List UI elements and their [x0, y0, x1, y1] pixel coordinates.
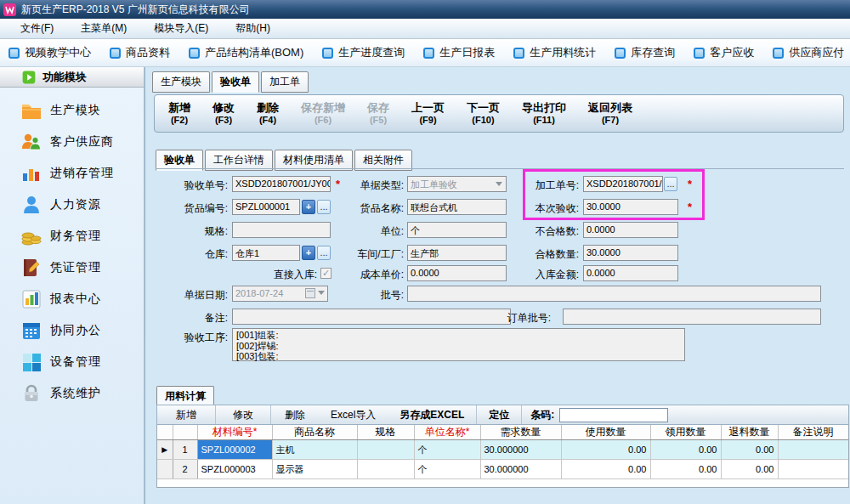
batch-no-field[interactable] — [407, 286, 821, 302]
sidebar-item-inventory[interactable]: 进销存管理 — [0, 157, 144, 189]
row-number-cell[interactable]: 1 — [173, 440, 197, 460]
sidebar-item-production[interactable]: 生产模块 — [0, 94, 144, 126]
item-add-button[interactable]: + — [302, 200, 315, 214]
edit-button[interactable]: 修改(F3) — [212, 101, 235, 127]
row-number-cell[interactable]: 2 — [173, 460, 197, 479]
returned-qty-cell[interactable]: 0.00 — [721, 440, 778, 460]
quick-product-data[interactable]: 商品资料 — [110, 45, 170, 60]
tab-production-module[interactable]: 生产模块 — [152, 71, 210, 93]
remark-cell[interactable] — [778, 460, 848, 479]
back-to-list-button[interactable]: 返回列表(F7) — [588, 101, 632, 127]
sidebar-item-voucher[interactable]: 凭证管理 — [0, 252, 144, 283]
product-name-cell[interactable]: 显示器 — [272, 460, 357, 479]
col-product-name[interactable]: 商品名称 — [272, 425, 357, 440]
sidebar-item-equipment[interactable]: 设备管理 — [0, 346, 144, 377]
spec-cell[interactable] — [357, 460, 414, 479]
order-batch-no-field[interactable] — [563, 309, 821, 325]
barcode-input[interactable] — [559, 408, 668, 422]
spec-cell[interactable] — [357, 440, 414, 460]
col-material-code[interactable]: 材料编号* — [197, 425, 272, 440]
add-button[interactable]: 新增(F2) — [168, 101, 190, 127]
quick-material-stats[interactable]: 生产用料统计 — [513, 45, 596, 60]
quick-daily-report[interactable]: 生产日报表 — [423, 45, 495, 60]
used-qty-cell[interactable]: 0.00 — [561, 440, 650, 460]
blue-square-icon — [110, 48, 121, 59]
item-name-label: 货品名称: — [315, 201, 404, 216]
quick-stock-query[interactable]: 库存查询 — [615, 45, 675, 60]
window-title: 新页生产ERP-2018 V5 广州新页信息科技有限公司 — [21, 3, 250, 17]
used-qty-cell[interactable]: 0.00 — [561, 460, 650, 479]
export-print-button[interactable]: 导出打印(F11) — [522, 101, 566, 127]
remark-cell[interactable] — [778, 440, 848, 460]
unit-cost-label: 成本单价: — [315, 268, 404, 282]
menu-main[interactable]: 主菜单(M) — [67, 19, 140, 38]
materials-edit-button[interactable]: 修改 — [216, 405, 271, 424]
issued-qty-cell[interactable]: 0.00 — [650, 460, 721, 479]
warehouse-field[interactable]: 仓库1 — [232, 245, 300, 261]
prev-page-button[interactable]: 上一页(F9) — [411, 101, 445, 127]
table-row[interactable]: ▶ 1 SPZL000002 主机 个 30.000000 0.00 0.00 … — [157, 440, 848, 460]
menu-module-import[interactable]: 模块导入(E) — [140, 19, 222, 38]
process-order-no-field[interactable]: XSDD201807001/JG( — [583, 176, 663, 192]
col-unit-name[interactable]: 单位名称* — [414, 425, 480, 440]
unqualified-qty-field[interactable]: 0.0000 — [583, 222, 678, 238]
next-page-button[interactable]: 下一页(F10) — [467, 101, 500, 127]
materials-header-row: 材料编号* 商品名称 规格 单位名称* 需求数量 使用数量 领用数量 退料数量 … — [157, 425, 848, 440]
col-returned-qty[interactable]: 退料数量 — [721, 425, 778, 440]
sidebar-header[interactable]: 功能模块 — [0, 67, 144, 88]
current-acceptance-field[interactable]: 30.0000 — [583, 199, 678, 215]
process-order-lookup-button[interactable]: ... — [664, 177, 677, 191]
sidebar-item-hr[interactable]: 人力资源 — [0, 189, 144, 220]
col-issued-qty[interactable]: 领用数量 — [650, 425, 721, 440]
unit-cell[interactable]: 个 — [414, 440, 480, 460]
row-marker-cell[interactable]: ▶ — [157, 440, 173, 460]
quick-receivable[interactable]: 客户应收 — [694, 45, 754, 60]
material-code-cell[interactable]: SPZL000002 — [197, 440, 272, 460]
sidebar-item-customers-suppliers[interactable]: 客户供应商 — [0, 126, 144, 157]
acceptance-process-textarea[interactable]: [001]组装: [002]焊锡: [003]包装: — [232, 328, 685, 361]
storage-amount-field[interactable]: 0.0000 — [583, 265, 678, 281]
warehouse-add-button[interactable]: + — [302, 246, 315, 260]
unqualified-qty-label: 不合格数: — [485, 224, 579, 239]
required-qty-cell[interactable]: 30.000000 — [480, 460, 561, 479]
acceptance-process-label: 验收工序: — [145, 331, 228, 345]
quick-progress-query[interactable]: 生产进度查询 — [322, 45, 405, 60]
menu-help[interactable]: 帮助(H) — [222, 19, 284, 38]
col-remark[interactable]: 备注说明 — [778, 425, 848, 440]
returned-qty-cell[interactable]: 0.00 — [721, 460, 778, 479]
tab-acceptance-order[interactable]: 验收单 — [212, 71, 259, 93]
product-name-cell[interactable]: 主机 — [272, 440, 357, 460]
action-toolbar: 新增(F2) 修改(F3) 删除(F4) 保存新增(F6) 保存(F5) 上一页… — [154, 94, 844, 133]
materials-locate-button[interactable]: 定位 — [477, 405, 522, 424]
batch-no-label: 批号: — [315, 288, 404, 303]
qualified-qty-field[interactable]: 30.0000 — [583, 245, 678, 261]
unit-cell[interactable]: 个 — [414, 460, 480, 479]
col-spec[interactable]: 规格 — [357, 425, 414, 440]
quick-video-center[interactable]: 视频教学中心 — [8, 45, 91, 60]
inventory-chart-icon — [20, 162, 42, 184]
sidebar-item-system[interactable]: 系统维护 — [0, 377, 144, 409]
materials-add-button[interactable]: 新增 — [157, 405, 216, 424]
materials-excel-import-button[interactable]: Excel导入 — [319, 405, 388, 424]
calendar-picker-icon[interactable] — [305, 288, 315, 298]
delete-button[interactable]: 删除(F4) — [257, 101, 279, 127]
equipment-icon — [20, 351, 42, 373]
quick-payable[interactable]: 供应商应付 — [773, 45, 844, 60]
col-used-qty[interactable]: 使用数量 — [561, 425, 650, 440]
required-qty-cell[interactable]: 30.000000 — [480, 440, 561, 460]
materials-save-excel-button[interactable]: 另存成EXCEL — [388, 405, 477, 424]
material-code-cell[interactable]: SPZL000003 — [197, 460, 272, 479]
col-required-qty[interactable]: 需求数量 — [480, 425, 561, 440]
issued-qty-cell[interactable]: 0.00 — [650, 440, 721, 460]
sidebar-item-office[interactable]: 协同办公 — [0, 314, 144, 346]
module-tab-strip: 生产模块 验收单 加工单 — [152, 71, 310, 93]
materials-delete-button[interactable]: 删除 — [271, 405, 319, 424]
sidebar-item-reports[interactable]: 报表中心 — [0, 283, 144, 314]
sidebar-item-finance[interactable]: 财务管理 — [0, 220, 144, 252]
menu-file[interactable]: 文件(F) — [7, 19, 67, 38]
quick-bom[interactable]: 产品结构清单(BOM) — [189, 45, 303, 60]
row-marker-cell[interactable] — [157, 460, 173, 479]
tab-process-order[interactable]: 加工单 — [261, 71, 309, 93]
item-code-field[interactable]: SPZL000001 — [232, 199, 300, 215]
table-row[interactable]: 2 SPZL000003 显示器 个 30.000000 0.00 0.00 0… — [157, 460, 848, 479]
